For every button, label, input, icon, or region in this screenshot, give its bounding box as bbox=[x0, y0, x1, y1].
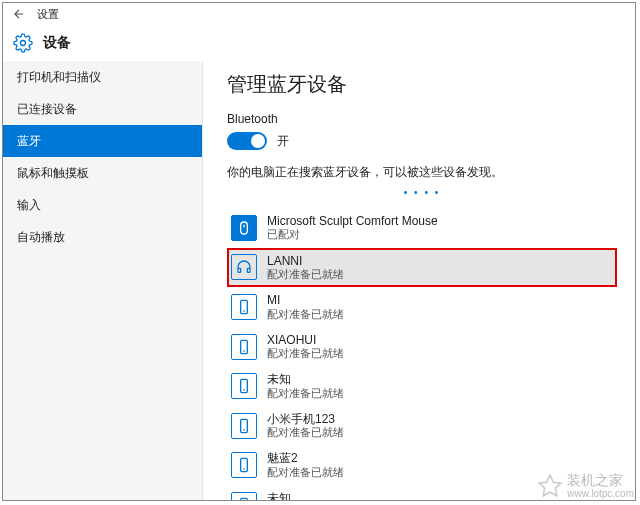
device-info: LANNI配对准备已就绪 bbox=[267, 254, 344, 282]
phone-icon bbox=[231, 373, 257, 399]
sidebar-item-5[interactable]: 自动播放 bbox=[3, 221, 202, 253]
device-info: Microsoft Sculpt Comfort Mouse已配对 bbox=[267, 214, 438, 242]
device-item[interactable]: MI配对准备已就绪 bbox=[227, 287, 617, 327]
phone-icon bbox=[231, 294, 257, 320]
back-button[interactable] bbox=[11, 6, 27, 22]
back-arrow-icon bbox=[12, 7, 26, 21]
device-status: 已配对 bbox=[267, 228, 438, 241]
phone-icon bbox=[231, 492, 257, 500]
settings-window: 设置 设备 打印机和扫描仪已连接设备蓝牙鼠标和触摸板输入自动播放 管理蓝牙设备 … bbox=[2, 2, 636, 501]
svg-rect-3 bbox=[238, 269, 241, 273]
device-name: 未知 bbox=[267, 491, 344, 500]
device-item[interactable]: 小米手机123配对准备已就绪 bbox=[227, 406, 617, 446]
headset-icon bbox=[231, 254, 257, 280]
device-name: 魅蓝2 bbox=[267, 451, 344, 465]
device-info: MI配对准备已就绪 bbox=[267, 293, 344, 321]
search-status-text: 你的电脑正在搜索蓝牙设备，可以被这些设备发现。 bbox=[227, 164, 617, 181]
device-name: LANNI bbox=[267, 254, 344, 268]
mouse-icon bbox=[231, 215, 257, 241]
device-list: Microsoft Sculpt Comfort Mouse已配对LANNI配对… bbox=[227, 208, 617, 500]
device-item[interactable]: 魅蓝2配对准备已就绪 bbox=[227, 445, 617, 485]
header-title: 设备 bbox=[43, 34, 71, 52]
device-status: 配对准备已就绪 bbox=[267, 426, 344, 439]
device-name: Microsoft Sculpt Comfort Mouse bbox=[267, 214, 438, 228]
sidebar-item-4[interactable]: 输入 bbox=[3, 189, 202, 221]
svg-rect-1 bbox=[241, 222, 248, 234]
sidebar-item-3[interactable]: 鼠标和触摸板 bbox=[3, 157, 202, 189]
phone-icon bbox=[231, 334, 257, 360]
device-status: 配对准备已就绪 bbox=[267, 347, 344, 360]
sidebar: 打印机和扫描仪已连接设备蓝牙鼠标和触摸板输入自动播放 bbox=[3, 61, 203, 500]
svg-point-0 bbox=[21, 41, 26, 46]
device-name: MI bbox=[267, 293, 344, 307]
device-item[interactable]: 未知配对准备已就绪 bbox=[227, 485, 617, 500]
svg-rect-15 bbox=[241, 498, 248, 500]
device-name: XIAOHUI bbox=[267, 333, 344, 347]
device-status: 配对准备已就绪 bbox=[267, 268, 344, 281]
page-title: 管理蓝牙设备 bbox=[227, 71, 617, 98]
loading-dots: • • • • bbox=[227, 187, 617, 198]
svg-rect-4 bbox=[247, 269, 250, 273]
toggle-state-label: 开 bbox=[277, 133, 289, 150]
toggle-row: 开 bbox=[227, 132, 617, 150]
bluetooth-toggle[interactable] bbox=[227, 132, 267, 150]
titlebar: 设置 bbox=[3, 3, 635, 25]
phone-icon bbox=[231, 413, 257, 439]
device-item[interactable]: XIAOHUI配对准备已就绪 bbox=[227, 327, 617, 367]
device-item[interactable]: 未知配对准备已就绪 bbox=[227, 366, 617, 406]
device-info: XIAOHUI配对准备已就绪 bbox=[267, 333, 344, 361]
gear-icon bbox=[13, 33, 33, 53]
device-name: 小米手机123 bbox=[267, 412, 344, 426]
device-status: 配对准备已就绪 bbox=[267, 466, 344, 479]
device-name: 未知 bbox=[267, 372, 344, 386]
device-item[interactable]: LANNI配对准备已就绪 bbox=[227, 248, 617, 288]
device-status: 配对准备已就绪 bbox=[267, 387, 344, 400]
bluetooth-label: Bluetooth bbox=[227, 112, 617, 126]
device-info: 魅蓝2配对准备已就绪 bbox=[267, 451, 344, 479]
sidebar-item-2[interactable]: 蓝牙 bbox=[3, 125, 202, 157]
sidebar-item-0[interactable]: 打印机和扫描仪 bbox=[3, 61, 202, 93]
content-area: 打印机和扫描仪已连接设备蓝牙鼠标和触摸板输入自动播放 管理蓝牙设备 Blueto… bbox=[3, 61, 635, 500]
device-status: 配对准备已就绪 bbox=[267, 308, 344, 321]
device-item[interactable]: Microsoft Sculpt Comfort Mouse已配对 bbox=[227, 208, 617, 248]
phone-icon bbox=[231, 452, 257, 478]
window-title: 设置 bbox=[37, 7, 59, 22]
device-info: 未知配对准备已就绪 bbox=[267, 372, 344, 400]
device-info: 小米手机123配对准备已就绪 bbox=[267, 412, 344, 440]
sidebar-item-1[interactable]: 已连接设备 bbox=[3, 93, 202, 125]
main-panel: 管理蓝牙设备 Bluetooth 开 你的电脑正在搜索蓝牙设备，可以被这些设备发… bbox=[203, 61, 635, 500]
device-info: 未知配对准备已就绪 bbox=[267, 491, 344, 500]
header: 设备 bbox=[3, 25, 635, 61]
